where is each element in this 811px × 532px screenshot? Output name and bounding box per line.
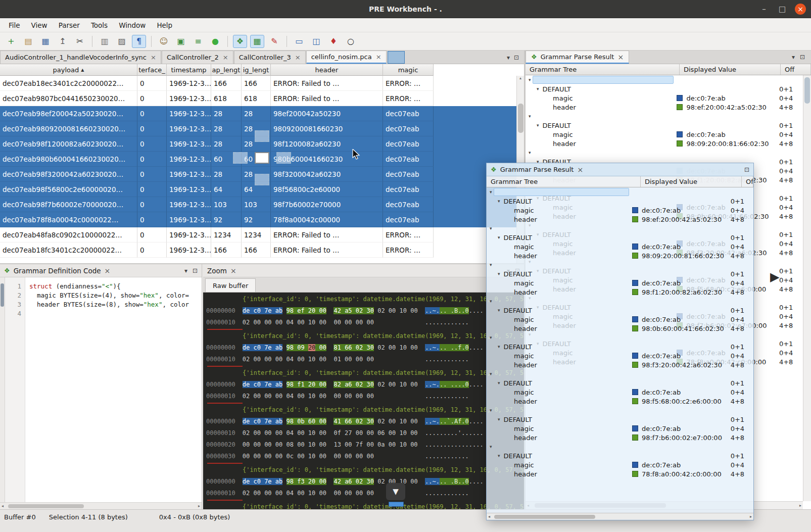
tab-raw-buffer[interactable]: Raw buffer xyxy=(205,278,256,292)
print-button[interactable]: ▨ xyxy=(115,35,129,48)
parse-tree-row[interactable]: header98:09:20:00:81:66:02:304+8 xyxy=(487,251,753,260)
expander-icon[interactable]: ▾ xyxy=(498,235,500,240)
hex-line[interactable]: 0000002000 00 00 00 08 00 10 00 13 00 7f… xyxy=(206,439,524,451)
expander-icon[interactable]: ▾ xyxy=(490,299,492,304)
parse-tree-row[interactable]: header98:f5:68:00:c2:e6:00:004+8 xyxy=(487,397,753,406)
table-row[interactable]: dec07eab98ef200042a50230020…01969-12-3…2… xyxy=(0,106,524,121)
scroll-left-icon[interactable]: ◂ xyxy=(488,514,490,519)
tab-close-icon[interactable]: × xyxy=(376,53,381,61)
parse-tree-row[interactable]: ▾ xyxy=(487,406,753,415)
parse-tree-row[interactable]: ▾ xyxy=(526,148,803,157)
parse-tree-row[interactable]: header98:ef:20:00:42:a5:02:304+8 xyxy=(487,215,753,224)
parse-tree-row[interactable]: magicde:c0:7e:ab0+4 xyxy=(487,242,753,251)
parse-tree-row[interactable]: magicde:c0:7e:ab0+4 xyxy=(487,278,753,287)
code-horizontal-scrollbar[interactable]: ◂ ▸ xyxy=(0,502,202,509)
expander-icon[interactable]: ▾ xyxy=(490,262,492,267)
parse-tree-row[interactable]: header98:f3:20:00:42:a6:02:304+8 xyxy=(487,360,753,369)
paste-button[interactable]: ▤ xyxy=(21,35,35,48)
parse-tree-row[interactable]: ▾DEFAULT0+1 xyxy=(526,121,803,130)
expander-icon[interactable]: ▾ xyxy=(529,150,531,155)
parse-tree-row[interactable]: magicde:c0:7e:ab0+4 xyxy=(487,206,753,215)
hex-line[interactable]: 00000000de c0 7e ab 98 f3 20 00 42 a6 02… xyxy=(206,476,524,488)
dock-right-indicator[interactable]: ▶ xyxy=(770,271,779,283)
run-button[interactable]: ● xyxy=(208,35,222,48)
hex-line[interactable]: 0000001002 00 00 00 04 00 10 00 00 00 00… xyxy=(206,317,524,328)
parse-tree-row[interactable]: ▾ xyxy=(487,297,753,306)
parse-tree-row[interactable]: header98:09:20:00:81:66:02:304+8 xyxy=(526,139,803,148)
expander-icon[interactable]: ▾ xyxy=(498,271,500,276)
column-grammar-tree[interactable]: Grammar Tree xyxy=(487,176,641,187)
parse-tree-row[interactable]: magicde:c0:7e:ab0+4 xyxy=(526,93,803,103)
tab-grammar-parse-result[interactable]: ❖ Grammar Parse Result × xyxy=(526,51,629,64)
parse-result-vertical-scrollbar[interactable] xyxy=(803,75,811,501)
parse-tree-row[interactable]: magicde:c0:7e:ab0+4 xyxy=(487,388,753,397)
menu-view[interactable]: View xyxy=(26,19,53,31)
parse-tree-row[interactable]: magicde:c0:7e:ab0+4 xyxy=(526,130,803,139)
parse-tree-row[interactable]: header98:0b:60:00:41:66:02:304+8 xyxy=(487,324,753,333)
hex-line[interactable]: 00000000de c0 7e ab 98 0b 60 00 41 66 02… xyxy=(206,416,524,427)
annotate-button[interactable]: ✎ xyxy=(267,35,281,48)
column-header-ap_lengt[interactable]: ap_lengt xyxy=(211,64,242,76)
hex-line[interactable]: 0000003000 00 00 00 0c 00 10 00 00 00 00… xyxy=(206,451,524,462)
scroll-right-icon[interactable]: ▸ xyxy=(198,504,200,508)
close-icon[interactable]: × xyxy=(795,4,806,15)
tab-close-icon[interactable]: × xyxy=(295,54,301,61)
zoom-button[interactable]: ○ xyxy=(344,35,358,48)
close-icon[interactable]: × xyxy=(577,166,583,174)
menu-tools[interactable]: Tools xyxy=(85,19,113,31)
scrollbar-thumb[interactable] xyxy=(1,283,4,307)
table-row[interactable]: dec07eab78f8a00042c0000022…01969-12-3…92… xyxy=(0,212,524,227)
expander-icon[interactable]: ▾ xyxy=(490,189,492,195)
menu-window[interactable]: Window xyxy=(113,19,151,31)
parse-tree-row[interactable]: ▾ xyxy=(487,333,753,342)
expander-icon[interactable]: ▾ xyxy=(529,77,531,82)
panel-float-icon[interactable]: ⊡ xyxy=(193,267,198,274)
parse-tree-row[interactable]: ▾DEFAULT0+1 xyxy=(487,415,753,424)
hex-line[interactable]: 00000000de c0 7e ab 98 f1 20 00 82 a6 02… xyxy=(206,379,524,391)
tree-view-button[interactable]: ≡ xyxy=(191,35,205,48)
parse-tree-row[interactable]: ▾ xyxy=(526,112,803,121)
floating-window-titlebar[interactable]: ❖ Grammar Parse Result × ⊡ xyxy=(487,163,753,176)
floating-parse-result-window[interactable]: ❖ Grammar Parse Result × ⊡ Grammar Tree … xyxy=(486,163,754,520)
parse-tree-row[interactable]: ▾DEFAULT0+1 xyxy=(487,197,753,206)
parse-tree-row[interactable]: header98:f1:20:00:82:a6:02:304+8 xyxy=(487,287,753,297)
cut-button[interactable]: ✂ xyxy=(73,35,87,48)
parse-tree-row[interactable]: ▾ xyxy=(487,369,753,378)
parse-tree-row[interactable]: ▾ xyxy=(487,187,753,197)
panel-float-icon[interactable]: ⊡ xyxy=(744,166,749,173)
minimize-icon[interactable]: – xyxy=(758,4,770,15)
grammar-parse-button[interactable]: ❖ xyxy=(233,35,247,48)
parse-tree-row[interactable]: header78:f8:a0:00:42:c0:00:004+8 xyxy=(487,469,753,478)
column-offset[interactable]: Off xyxy=(781,64,811,75)
parse-tree-row[interactable]: magicde:c0:7e:ab0+4 xyxy=(487,460,753,469)
scroll-left-icon[interactable]: ◂ xyxy=(2,504,4,508)
column-header-timestamp[interactable]: timestamp xyxy=(167,64,211,76)
maximize-icon[interactable]: □ xyxy=(777,4,788,15)
menu-parser[interactable]: Parser xyxy=(53,19,85,31)
hex-view-button[interactable]: ▦ xyxy=(250,35,264,48)
parse-tree-row[interactable]: header98:ef:20:00:42:a5:02:304+8 xyxy=(526,103,803,112)
screenshot-button[interactable]: ▣ xyxy=(174,35,188,48)
tab-cellinfo_nosim.pca[interactable]: cellinfo_nosim.pca× xyxy=(306,51,387,64)
parse-tree-row[interactable]: ▾ xyxy=(487,260,753,269)
save-button[interactable]: ▦ xyxy=(38,35,53,48)
expander-icon[interactable]: ▾ xyxy=(490,226,492,231)
expander-icon[interactable]: ▾ xyxy=(498,344,500,349)
table-row[interactable]: dec07eab98f7b60002e70000020…01969-12-3…1… xyxy=(0,197,524,212)
column-header-payload[interactable]: payload▲ xyxy=(0,64,137,76)
expander-icon[interactable]: ▾ xyxy=(529,114,531,119)
expander-icon[interactable]: ▾ xyxy=(498,417,500,422)
column-header-header[interactable]: header xyxy=(271,64,383,76)
user-button[interactable]: ☺ xyxy=(157,35,171,48)
parse-tree-row[interactable]: ▾ xyxy=(487,224,753,233)
column-header-ig_lengt[interactable]: ig_lengt xyxy=(242,64,271,76)
table-row[interactable]: dec07eab18fc3401c2c20000022…01969-12-3…1… xyxy=(0,243,524,258)
column-offset[interactable]: Off xyxy=(742,176,753,187)
expander-icon[interactable]: ▾ xyxy=(490,408,492,413)
tab-CallController_3[interactable]: CallController_3× xyxy=(234,51,306,64)
code-editor[interactable]: 1234 struct (endianness="<"){ magic BYTE… xyxy=(0,277,202,502)
table-row[interactable]: dec07eab98f1200082a60230020…01969-12-3…2… xyxy=(0,136,524,152)
close-icon[interactable]: × xyxy=(105,267,111,275)
panel-menu-icon[interactable]: ▾ xyxy=(792,54,795,61)
tab-CallController_2[interactable]: CallController_2× xyxy=(162,51,233,64)
